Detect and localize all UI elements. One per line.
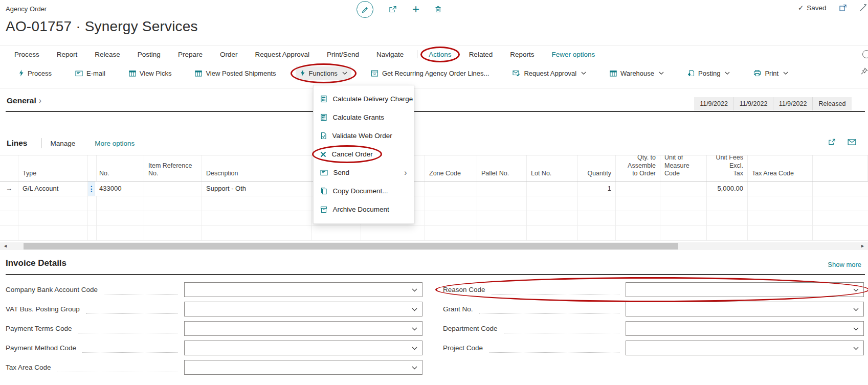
cell-item-reference[interactable] (144, 182, 202, 196)
table-row[interactable]: → G/L Account ⋮ 433000 Support - Oth 0 K… (0, 182, 868, 196)
warehouse-columns-icon (610, 70, 617, 77)
grant-no-combobox[interactable] (626, 302, 864, 316)
scroll-right-arrow-icon[interactable]: ► (860, 243, 865, 250)
popout-icon[interactable] (839, 4, 847, 12)
chevron-down-icon (853, 288, 859, 292)
row-context-menu-icon[interactable]: ⋮ (88, 182, 95, 196)
cell-description[interactable]: Support - Oth (202, 182, 312, 196)
column-header-unit-of-measure[interactable]: Unit ofMeasure Code (660, 155, 707, 181)
menu-tab-posting[interactable]: Posting (138, 51, 161, 58)
department-code-combobox[interactable] (626, 321, 864, 336)
pin-icon[interactable] (860, 67, 868, 75)
lines-more-options[interactable]: More options (95, 140, 135, 147)
document-date[interactable]: 11/9/2022 (694, 97, 733, 110)
cell-zone-code[interactable] (425, 182, 477, 196)
table-row-empty[interactable] (0, 211, 868, 226)
reason-code-combobox[interactable] (626, 282, 864, 297)
toolbar-button-label: Get Recurring Agency Order Lines... (382, 70, 489, 77)
menu-item-validate-web-order[interactable]: Validate Web Order (314, 127, 414, 145)
toolbar-button-print[interactable]: Print (749, 66, 792, 80)
general-section-toggle[interactable]: General › (7, 96, 41, 105)
show-more-link[interactable]: Show more (817, 261, 861, 268)
menu-tab-actions[interactable]: Actions (429, 51, 451, 58)
cell-quantity[interactable]: 1 (578, 182, 616, 196)
column-header-quantity[interactable]: Quantity (578, 155, 616, 181)
toolbar-button-request-approval[interactable]: Request Approval (508, 66, 590, 80)
menu-tab-navigate[interactable]: Navigate (376, 51, 404, 58)
menu-bar: Process Report Release Posting Prepare O… (0, 46, 868, 62)
toolbar-button-functions[interactable]: Functions Calculate Delivery Charge Calc… (296, 66, 351, 80)
invoice-details-title[interactable]: Invoice Details (6, 258, 66, 268)
scrollbar-thumb[interactable] (24, 243, 678, 250)
scroll-left-arrow-icon[interactable]: ◄ (3, 243, 8, 250)
menu-tab-release[interactable]: Release (95, 51, 120, 58)
cell-lot-no[interactable] (527, 182, 578, 196)
tax-area-code-combobox[interactable] (184, 360, 422, 375)
pencil-icon (361, 6, 369, 13)
share-icon[interactable] (388, 5, 397, 13)
dotted-leader (489, 343, 619, 353)
menu-tab-report[interactable]: Report (57, 51, 78, 58)
column-header-tax-area-code[interactable]: Tax Area Code (748, 155, 813, 181)
table-row-empty[interactable] (0, 196, 868, 211)
payment-terms-code-combobox[interactable] (184, 321, 422, 336)
clipped-edge-icon[interactable] (859, 4, 866, 12)
column-header-item-reference-no[interactable]: Item ReferenceNo. (144, 155, 202, 181)
cell-no[interactable]: 433000 (95, 182, 144, 196)
toolbar-button-get-recurring-lines[interactable]: Get Recurring Agency Order Lines... (367, 66, 494, 80)
menu-item-calculate-grants[interactable]: Calculate Grants (314, 108, 414, 127)
edit-button[interactable] (357, 1, 373, 18)
search-icon[interactable] (862, 50, 868, 58)
menu-tab-prepare[interactable]: Prepare (178, 51, 203, 58)
cell-unit-fees[interactable]: 5,000.00 (707, 182, 748, 196)
column-header-zone-code[interactable]: Zone Code (425, 155, 477, 181)
toolbar-button-process[interactable]: Process (14, 66, 56, 80)
menu-fewer-options[interactable]: Fewer options (551, 51, 595, 58)
menu-tab-reports[interactable]: Reports (510, 51, 534, 58)
company-bank-account-code-combobox[interactable] (184, 282, 422, 297)
table-horizontal-scrollbar[interactable]: ◄ ► (0, 242, 868, 250)
lines-section-title[interactable]: Lines (7, 139, 27, 148)
menu-tab-related[interactable]: Related (469, 51, 493, 58)
toolbar-button-warehouse[interactable]: Warehouse (606, 66, 668, 80)
menu-tab-process[interactable]: Process (14, 51, 39, 58)
plus-icon[interactable]: + (412, 2, 419, 16)
menu-item-label: Copy Document... (333, 187, 388, 195)
cell-tax-area[interactable] (748, 182, 813, 196)
project-code-combobox[interactable] (626, 341, 864, 355)
column-header-lot-no[interactable]: Lot No. (527, 155, 578, 181)
breadcrumb[interactable]: Agency Order (6, 5, 47, 13)
payment-method-code-combobox[interactable] (184, 341, 422, 355)
menu-tab-order[interactable]: Order (220, 51, 238, 58)
menu-item-copy-document[interactable]: Copy Document... (314, 182, 414, 200)
table-row-empty[interactable] (0, 226, 868, 241)
menu-item-calculate-delivery-charge[interactable]: Calculate Delivery Charge (314, 90, 414, 108)
posting-date[interactable]: 11/9/2022 (733, 97, 773, 110)
status-badge[interactable]: Released (812, 97, 852, 110)
column-header-unit-fees-excl-tax[interactable]: Unit Fees Excl.Tax (707, 155, 748, 181)
menu-item-send[interactable]: Send › (314, 164, 414, 182)
due-date[interactable]: 11/9/2022 (773, 97, 812, 110)
vat-bus-posting-group-combobox[interactable] (184, 302, 422, 316)
column-header-type[interactable]: Type (18, 155, 88, 181)
column-header-no[interactable]: No. (95, 155, 144, 181)
cell-pallet-no[interactable] (477, 182, 527, 196)
column-header-description[interactable]: Description (202, 155, 312, 181)
column-header-qty-to-assemble[interactable]: Qty. to Assembleto Order (616, 155, 660, 181)
toolbar-button-posting[interactable]: Posting (683, 66, 734, 80)
cell-unit-of-measure[interactable] (660, 182, 707, 196)
menu-tab-request-approval[interactable]: Request Approval (255, 51, 309, 58)
menu-tab-print-send[interactable]: Print/Send (327, 51, 359, 58)
trash-icon[interactable] (434, 5, 442, 13)
lines-manage-menu[interactable]: Manage (50, 140, 75, 147)
toolbar-button-view-picks[interactable]: View Picks (125, 66, 176, 80)
toolbar-button-email[interactable]: E-mail (71, 66, 109, 80)
cell-qty-to-assemble[interactable] (616, 182, 660, 196)
share-icon[interactable] (828, 138, 836, 146)
menu-item-cancel-order[interactable]: Cancel Order (314, 145, 414, 164)
menu-item-archive-document[interactable]: Archive Document (314, 200, 414, 219)
toolbar-button-view-posted-shipments[interactable]: View Posted Shipments (191, 66, 280, 80)
mail-icon[interactable] (848, 138, 856, 146)
cell-type[interactable]: G/L Account (18, 182, 88, 196)
column-header-pallet-no[interactable]: Pallet No. (477, 155, 527, 181)
